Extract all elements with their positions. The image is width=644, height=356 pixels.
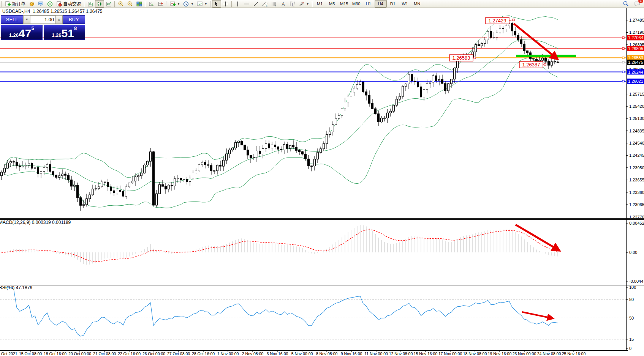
candle [320,149,322,153]
crosshair-tool-button[interactable] [221,0,230,8]
time-axis-label: 18 Nov 08:00 [463,351,487,356]
bar-chart-button[interactable] [86,0,95,8]
timeframe-button-w1[interactable]: W1 [399,0,411,8]
candle [432,76,434,82]
chart-canvas[interactable]: 1.274851.271901.268951.263051.257151.254… [0,8,644,356]
arrows-tool[interactable]: ▼ [297,0,311,8]
candle [46,164,48,167]
candle [131,181,133,183]
notifications-button[interactable]: 1 [633,0,642,8]
text-tool[interactable]: A [279,0,288,8]
chart-shift-button[interactable] [156,0,165,8]
fibonacci-tool[interactable]: F [270,0,279,8]
vertical-line-tool[interactable] [233,0,242,8]
search-button[interactable] [621,0,630,8]
candle [502,28,504,29]
green-support-zone[interactable] [516,55,576,57]
time-axis-label: Oct 2021 [1,351,17,356]
candle [128,183,130,187]
timeframe-button-m30[interactable]: M30 [350,0,362,8]
macd-axis-label: 0.00 [629,250,637,255]
text-label-tool[interactable]: T [288,0,297,8]
candle [557,62,559,63]
templates-button[interactable]: ▼ [195,0,209,8]
candle [220,165,222,166]
candle [344,102,346,109]
sell-price-display[interactable]: 1.26475 [1,25,43,40]
candle [214,171,215,172]
candle [101,182,103,187]
candle [226,154,228,160]
candle [1,172,3,176]
candle [86,198,88,205]
candle [290,145,291,148]
timeframe-button-m5[interactable]: M5 [326,0,338,8]
time-axis-label: 12 Nov 08:00 [389,351,413,356]
time-axis-label: 18 Oct 16:00 [44,351,66,356]
candle [372,103,373,109]
candle [207,165,209,165]
zoom-out-button[interactable] [125,0,134,8]
new-order-button[interactable]: 新订单 [3,0,27,8]
time-axis-label: 3 Nov 16:00 [267,351,288,356]
volume-increase-button[interactable]: ▲ [55,15,63,24]
candlestick-chart-button[interactable] [95,0,104,8]
candle [390,111,392,113]
channel-tool[interactable]: E [261,0,270,8]
candle [496,33,498,37]
horizontal-line-tool[interactable] [242,0,252,8]
market-watch-button[interactable] [27,0,36,8]
main-toolbar: 新订单 自动交易 [0,0,644,8]
zoom-in-button[interactable] [116,0,125,8]
time-axis[interactable]: Oct 202115 Oct 08:0018 Oct 16:0020 Oct 0… [1,350,585,356]
auto-scroll-button[interactable] [147,0,156,8]
timeframe-button-d1[interactable]: D1 [387,0,399,8]
periods-button[interactable]: ▼ [182,0,195,8]
timeframe-button-h1[interactable]: H1 [362,0,375,8]
timeframe-group: M1M5M15M30H1H4D1W1MN [314,0,423,8]
mt4-terminal-window: { "toolbar": { "new_order_label": "新订单",… [0,0,644,356]
bar-chart-icon [87,1,93,7]
annotation-low-1-26387[interactable]: 1.26387 [519,61,546,68]
timeframe-button-m15[interactable]: M15 [338,0,350,8]
candle [168,185,170,189]
candle [490,32,492,38]
buy-price-display[interactable]: 1.26518 [44,25,85,40]
candle [144,165,146,173]
timeframe-button-mn[interactable]: MN [411,0,423,8]
terminal-button[interactable] [36,0,45,8]
new-order-label: 新订单 [12,1,25,7]
timeframe-button-h4[interactable]: H4 [375,0,387,8]
candle [16,162,18,165]
candle [244,145,246,150]
svg-text:1.26475: 1.26475 [628,60,643,65]
time-axis-label: 21 Oct 08:00 [93,351,116,356]
candle [402,86,404,96]
fibonacci-icon: F [271,1,277,7]
buy-button[interactable]: BUY [63,15,85,24]
candle [25,165,27,166]
volume-decrease-button[interactable]: ▼ [23,15,30,24]
tile-windows-button[interactable] [134,0,144,8]
candle [411,74,413,81]
text-label-icon: T [290,1,296,7]
tile-windows-icon [136,1,142,7]
separator [145,1,146,7]
price-tick-label: 1.24245 [629,153,644,158]
signals-button[interactable] [45,0,54,8]
volume-input[interactable] [30,15,55,24]
autotrading-button[interactable]: 自动交易 [54,0,83,8]
candle [548,61,550,65]
annotation-level-1-26583[interactable]: 1.26583 [449,55,476,61]
line-chart-button[interactable] [104,0,113,8]
candle [104,182,106,183]
timeframe-button-m1[interactable]: M1 [314,0,326,8]
candle [22,166,24,167]
indicators-button[interactable]: ▼ [168,0,182,8]
candle [335,118,337,125]
candle [353,88,355,92]
candle [536,59,538,61]
cursor-tool-button[interactable] [212,0,221,8]
trendline-tool[interactable] [252,0,261,8]
sell-button[interactable]: SELL [1,15,23,24]
